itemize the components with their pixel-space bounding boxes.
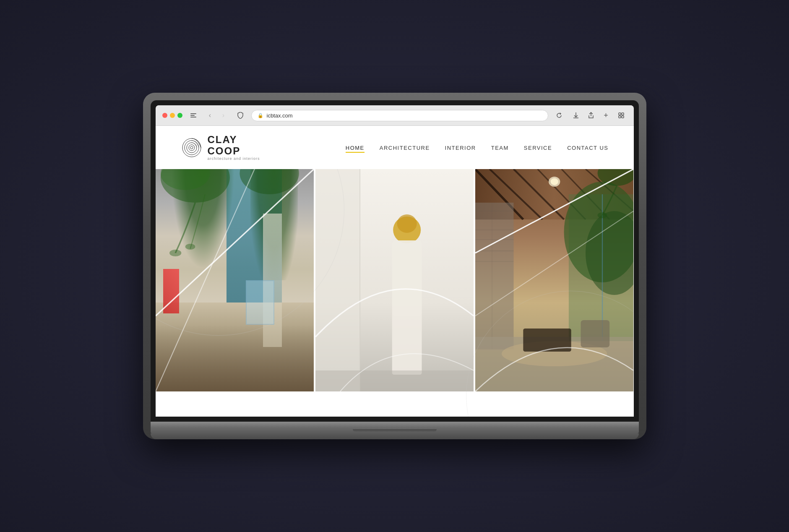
url-text: icbtax.com [267, 112, 293, 119]
svg-point-7 [189, 145, 195, 151]
svg-rect-21 [392, 240, 422, 316]
share-button[interactable] [585, 110, 597, 121]
hero-image-2 [315, 169, 474, 391]
nav-link-team[interactable]: TEAM [491, 145, 509, 151]
laptop-frame: ‹ › 🔒 icbtax.com [143, 93, 646, 439]
nav-item-interior[interactable]: INTERIOR [445, 144, 476, 151]
nav-item-team[interactable]: TEAM [491, 144, 509, 151]
share-icon [588, 112, 594, 119]
site-navigation: CLAY COOP architecture and interiors HOM… [156, 126, 634, 169]
refresh-icon [556, 112, 562, 118]
maximize-button-green[interactable] [177, 113, 182, 118]
svg-point-6 [187, 143, 197, 153]
nav-item-service[interactable]: SERVICE [524, 144, 552, 151]
close-button-red[interactable] [162, 113, 167, 118]
svg-point-51 [598, 212, 607, 218]
shield-icon [237, 112, 243, 119]
svg-point-12 [169, 250, 181, 256]
svg-point-8 [190, 146, 193, 149]
nav-item-home[interactable]: HOME [346, 144, 365, 151]
svg-rect-1 [622, 113, 624, 115]
browser-actions: + [570, 110, 627, 121]
svg-point-33 [551, 178, 558, 185]
laptop-base [151, 422, 639, 433]
nav-link-home[interactable]: HOME [346, 145, 365, 153]
nav-link-architecture[interactable]: ARCHITECTURE [380, 145, 430, 151]
svg-point-4 [182, 138, 201, 157]
svg-rect-17 [315, 169, 360, 391]
svg-rect-22 [392, 312, 422, 375]
nav-link-contact[interactable]: CONTACT US [567, 145, 608, 151]
hero-images-grid [156, 169, 634, 391]
forward-button[interactable]: › [218, 110, 229, 121]
logo-spiral-icon [181, 137, 203, 159]
download-icon [573, 112, 579, 119]
logo-text: CLAY COOP architecture and interiors [208, 134, 260, 161]
svg-rect-49 [581, 320, 610, 347]
sidebar-icon [190, 113, 196, 117]
nav-arrows: ‹ › [204, 110, 229, 121]
back-button[interactable]: ‹ [204, 110, 216, 121]
browser-toolbar: ‹ › 🔒 icbtax.com [156, 105, 634, 126]
laptop-stand [151, 433, 639, 439]
svg-point-13 [185, 244, 195, 250]
laptop-notch [353, 429, 437, 432]
nav-item-architecture[interactable]: ARCHITECTURE [380, 144, 430, 151]
logo-brand-name: CLAY COOP [208, 134, 260, 156]
tabs-button[interactable] [615, 110, 627, 121]
svg-rect-0 [619, 113, 621, 115]
hero-img-2-inner [315, 169, 474, 391]
refresh-button[interactable] [553, 110, 565, 121]
svg-point-20 [397, 214, 417, 233]
hero-img-3-inner [475, 169, 633, 391]
download-button[interactable] [570, 110, 582, 121]
address-bar[interactable]: 🔒 icbtax.com [251, 110, 548, 121]
hero-image-1 [156, 169, 314, 391]
hero-section [156, 169, 634, 391]
svg-rect-3 [622, 116, 624, 118]
sidebar-toggle-button[interactable] [187, 110, 199, 121]
nav-item-contact[interactable]: CONTACT US [567, 144, 608, 151]
lock-icon: 🔒 [258, 113, 263, 118]
nav-links: HOME ARCHITECTURE INTERIOR TEAM SERVICE [346, 144, 609, 151]
minimize-button-yellow[interactable] [170, 113, 175, 118]
nav-link-interior[interactable]: INTERIOR [445, 145, 476, 151]
hero-image-3 [475, 169, 633, 391]
shield-icon-button[interactable] [234, 110, 246, 121]
svg-rect-2 [619, 116, 621, 118]
svg-line-15 [156, 169, 255, 391]
logo[interactable]: CLAY COOP architecture and interiors [181, 134, 260, 161]
svg-rect-34 [475, 203, 513, 349]
website-content: CLAY COOP architecture and interiors HOM… [156, 126, 634, 417]
nav-link-service[interactable]: SERVICE [524, 145, 552, 151]
hero-img-1-inner [156, 169, 314, 391]
bottom-area [156, 391, 634, 417]
browser-window: ‹ › 🔒 icbtax.com [156, 105, 634, 417]
screen-bezel: ‹ › 🔒 icbtax.com [151, 100, 639, 422]
svg-rect-23 [315, 370, 474, 391]
traffic-lights [162, 113, 182, 118]
logo-tagline: architecture and interiors [208, 156, 260, 161]
new-tab-button[interactable]: + [600, 110, 612, 121]
tabs-icon [618, 112, 624, 118]
